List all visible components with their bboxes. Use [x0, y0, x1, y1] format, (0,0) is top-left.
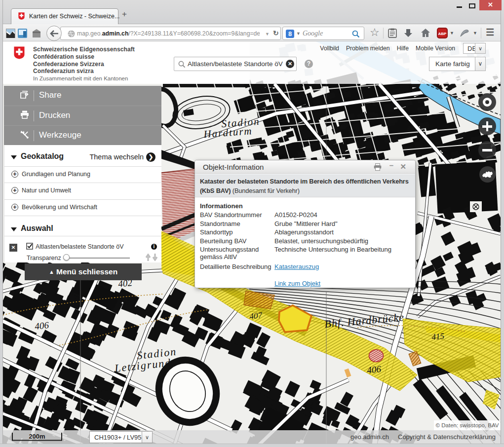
svg-text:415: 415: [431, 331, 444, 342]
svg-text:407: 407: [249, 310, 263, 321]
svg-text:406: 406: [366, 364, 382, 375]
svg-text:406: 406: [34, 320, 49, 332]
svg-text:200m: 200m: [29, 433, 45, 440]
